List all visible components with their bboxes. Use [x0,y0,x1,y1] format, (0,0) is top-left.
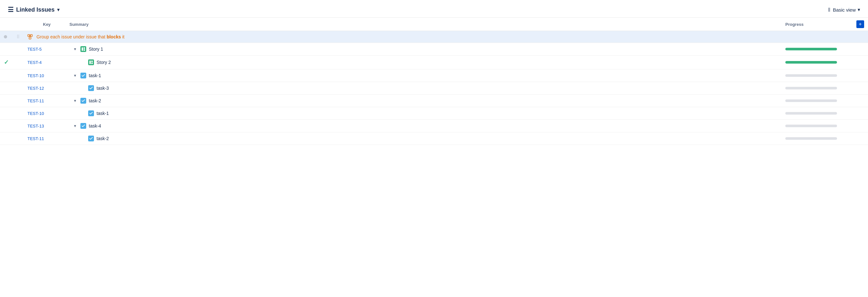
table-row: TEST-5 ▼ Story 1 [0,43,868,56]
col-progress-header: Progress [781,18,852,31]
row-progress-cell [781,120,852,132]
row-summary-cell: task-3 [66,82,781,95]
summary-text: Story 1 [89,46,103,52]
summary-content: task-2 [69,136,778,141]
row-drag-cell [12,107,24,120]
svg-rect-2 [29,37,31,39]
svg-rect-8 [89,61,91,64]
progress-bar [785,99,837,102]
task-icon [81,98,86,104]
row-summary-cell: Story 2 [66,56,781,69]
table-area: Key Summary Progress + ⠿ [0,18,868,145]
add-column-button[interactable]: + [857,20,864,28]
task-icon [81,73,86,78]
story-icon [81,46,86,52]
row-check-cell: ✓ [0,56,12,69]
table-row: TEST-11 ▼ task-2 [0,95,868,107]
col-summary-header: Summary [66,18,781,31]
table-row: TEST-10 ▼ task-1 [0,69,868,82]
summary-content: task-1 [69,110,778,116]
group-add-cell [852,31,868,43]
table-body: ⠿ [0,31,868,145]
group-message-cell: Group each issue under issue that blocks… [24,31,852,43]
chevron-down-icon[interactable]: ▼ [73,124,78,128]
group-hint-text: Group each issue under issue that blocks… [36,34,124,39]
table-header: Key Summary Progress + [0,18,868,31]
row-add-cell [852,132,868,145]
svg-rect-7 [84,50,85,51]
row-key-cell[interactable]: TEST-11 [24,132,66,145]
progress-bar [785,125,837,127]
progress-bar [785,112,837,114]
chevron-down-icon[interactable]: ▼ [73,99,78,103]
view-label: Basic view [833,7,856,12]
progress-bar-fill [785,61,837,64]
summary-content: ▼ task-2 [69,98,778,104]
group-hierarchy-icon [27,34,33,39]
story-icon [88,59,94,65]
summary-text: task-3 [97,86,109,91]
row-add-cell [852,56,868,69]
task-icon [88,136,94,141]
svg-rect-10 [91,63,93,64]
issues-table: Key Summary Progress + ⠿ [0,18,868,145]
summary-text: task-1 [89,73,101,78]
row-summary-cell: ▼ task-2 [66,95,781,107]
row-check-cell [0,69,12,82]
row-summary-cell: ▼ task-4 [66,120,781,132]
summary-content: ▼ Story 1 [69,46,778,52]
summary-text: task-2 [97,136,109,141]
row-progress-cell [781,56,852,69]
row-key-cell[interactable]: TEST-4 [24,56,66,69]
group-dot-cell [0,31,12,43]
linked-issues-panel: ☰ Linked Issues ▾ ⦀ Basic view ▾ Key Sum… [0,0,868,297]
progress-bar [785,87,837,90]
row-drag-cell [12,132,24,145]
view-switcher[interactable]: ⦀ Basic view ▾ [828,6,860,13]
row-progress-cell [781,69,852,82]
progress-bar [785,137,837,140]
svg-rect-9 [91,61,93,62]
row-key-cell[interactable]: TEST-12 [24,82,66,95]
row-progress-cell [781,132,852,145]
row-key-cell[interactable]: TEST-13 [24,120,66,132]
panel-header: ☰ Linked Issues ▾ ⦀ Basic view ▾ [0,0,868,18]
list-icon: ☰ [8,6,13,13]
group-hint-row: ⠿ [0,31,868,43]
panel-title-area: ☰ Linked Issues ▾ [8,6,59,13]
row-key-cell[interactable]: TEST-10 [24,107,66,120]
group-message-content: Group each issue under issue that blocks… [27,34,848,39]
chevron-down-icon[interactable]: ▼ [73,74,78,77]
summary-content: ▼ task-4 [69,123,778,129]
row-check-cell [0,82,12,95]
title-chevron-icon[interactable]: ▾ [57,7,59,12]
table-row: TEST-11 task-2 [0,132,868,145]
drag-handle-icon[interactable]: ⠿ [17,34,20,39]
row-key-cell[interactable]: TEST-11 [24,95,66,107]
task-icon [88,85,94,91]
row-check-cell [0,95,12,107]
group-hint-bold: blocks [106,34,121,39]
task-icon [81,123,86,129]
row-key-cell[interactable]: TEST-5 [24,43,66,56]
summary-content: task-3 [69,85,778,91]
chevron-down-icon[interactable]: ▼ [73,47,78,51]
row-key-cell[interactable]: TEST-10 [24,69,66,82]
table-row: ✓TEST-4 Story 2 [0,56,868,69]
summary-text: task-4 [89,123,101,129]
row-summary-cell: task-2 [66,132,781,145]
bars-icon: ⦀ [828,6,831,13]
table-row: TEST-12 task-3 [0,82,868,95]
dot-icon [4,35,7,38]
view-chevron-icon: ▾ [858,7,860,12]
table-row: TEST-10 task-1 [0,107,868,120]
row-drag-cell [12,82,24,95]
col-check-header [0,18,12,31]
row-add-cell [852,107,868,120]
row-check-cell [0,107,12,120]
row-drag-cell [12,95,24,107]
row-drag-cell [12,43,24,56]
row-progress-cell [781,95,852,107]
progress-bar-fill [785,48,837,51]
summary-content: Story 2 [69,59,778,65]
